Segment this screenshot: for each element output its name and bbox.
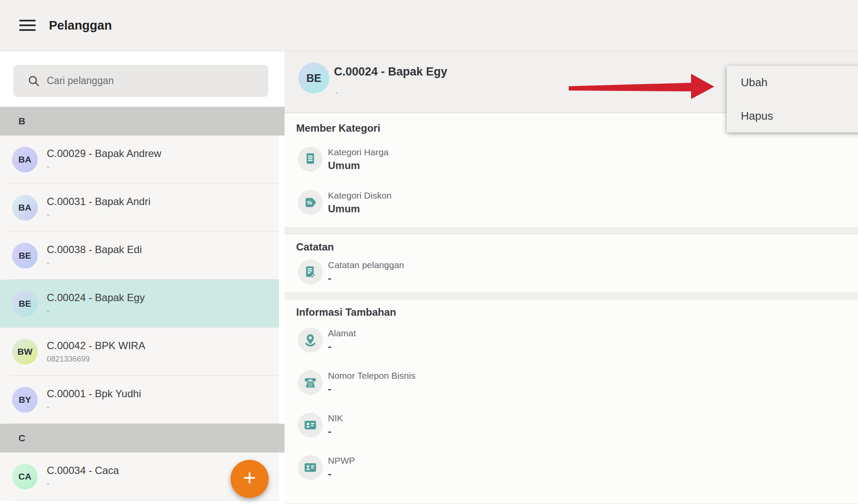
field-value: - — [328, 272, 404, 284]
list-item[interactable]: BY C.00001 - Bpk Yudhi - — [0, 376, 279, 424]
customer-subtitle: - — [47, 163, 161, 172]
context-menu: Ubah Hapus — [727, 66, 858, 133]
map-pin-icon — [303, 333, 318, 347]
list-item[interactable]: BW C.00042 - BPK WIRA 0821336699 — [0, 328, 279, 376]
detail-row-catatan: Catatan pelanggan - — [298, 260, 858, 284]
phone-icon — [303, 375, 318, 390]
avatar: BY — [12, 387, 38, 413]
detail-row-telepon-bisnis: Nomor Telepon Bisnis - — [298, 370, 858, 395]
search-placeholder: Cari pelanggan — [47, 75, 114, 87]
customer-subtitle: - — [47, 259, 142, 268]
avatar: BA — [12, 147, 38, 172]
avatar: BE — [12, 243, 38, 269]
detail-row-kategori-harga: Kategori Harga Umum — [298, 147, 858, 172]
menu-icon[interactable] — [19, 20, 36, 31]
section-title: Catatan — [296, 241, 858, 253]
field-value: - — [328, 468, 355, 480]
menu-item-hapus[interactable]: Hapus — [727, 99, 858, 133]
section-title: Informasi Tambahan — [296, 306, 858, 318]
customer-title: C.00029 - Bapak Andrew — [47, 148, 161, 160]
customer-title: C.00038 - Bapak Edi — [47, 244, 142, 256]
list-item[interactable]: BE C.00038 - Bapak Edi - — [0, 232, 279, 280]
list-item-selected[interactable]: BE C.00024 - Bapak Egy - — [0, 280, 279, 328]
field-label: NPWP — [328, 456, 355, 466]
add-customer-button[interactable]: + — [230, 460, 269, 498]
customer-subtitle: - — [47, 307, 145, 316]
field-label: NIK — [328, 413, 343, 423]
customer-title: C.00042 - BPK WIRA — [47, 340, 145, 352]
avatar: BW — [12, 339, 38, 365]
note-edit-icon — [303, 265, 318, 279]
list-item[interactable]: BA C.00031 - Bapak Andri - — [0, 184, 279, 232]
field-value: - — [328, 341, 356, 353]
detail-avatar: BE — [298, 63, 329, 94]
customer-title: C.00031 - Bapak Andri — [47, 196, 151, 208]
section-header-c: C — [0, 424, 285, 453]
detail-subtitle: - — [335, 88, 338, 97]
customer-title: C.00034 - Caca — [47, 465, 119, 477]
field-label: Nomor Telepon Bisnis — [328, 371, 415, 381]
field-value: Umum — [328, 203, 391, 215]
detail-row-kategori-diskon: Kategori Diskon Umum — [298, 190, 858, 215]
detail-row-npwp: NPWP - — [298, 455, 858, 480]
menu-item-ubah[interactable]: Ubah — [727, 66, 858, 99]
search-input[interactable]: Cari pelanggan — [13, 65, 268, 97]
customer-list: B BA C.00029 - Bapak Andrew - BA C.00031… — [0, 107, 285, 504]
page-title: Pelanggan — [49, 18, 112, 33]
plus-icon: + — [243, 467, 256, 489]
customer-subtitle: 0821336699 — [47, 355, 145, 364]
field-label: Kategori Harga — [328, 147, 388, 157]
detail-row-alamat: Alamat - — [298, 328, 858, 353]
customer-subtitle: - — [47, 211, 151, 220]
customer-subtitle: - — [47, 480, 119, 489]
customer-subtitle: - — [47, 403, 141, 412]
discount-tag-icon — [303, 195, 318, 210]
field-label: Catatan pelanggan — [328, 260, 404, 270]
field-value: - — [328, 426, 343, 438]
app-bar: Pelanggan — [0, 0, 858, 51]
avatar: CA — [12, 464, 38, 489]
section-header-b: B — [0, 107, 285, 136]
search-icon — [27, 74, 40, 88]
field-label: Alamat — [328, 328, 356, 338]
detail-title: C.00024 - Bapak Egy — [334, 65, 447, 78]
field-value: Umum — [328, 160, 388, 172]
customer-title: C.00001 - Bpk Yudhi — [47, 388, 141, 400]
avatar: BE — [12, 291, 38, 317]
id-card-icon — [303, 460, 318, 475]
receipt-icon — [303, 152, 318, 166]
list-item[interactable]: BA C.00029 - Bapak Andrew - — [0, 136, 279, 184]
avatar: BA — [12, 195, 38, 220]
customer-list-panel: Cari pelanggan B BA C.00029 - Bapak Andr… — [0, 51, 285, 504]
section-catatan: Catatan Catatan pelanggan - — [285, 234, 858, 293]
customer-title: C.00024 - Bapak Egy — [47, 292, 145, 304]
field-value: - — [328, 383, 415, 395]
id-card-icon — [303, 418, 318, 432]
section-informasi-tambahan: Informasi Tambahan Alamat - Nomor Telepo… — [285, 299, 858, 504]
field-label: Kategori Diskon — [328, 190, 391, 201]
detail-row-nik: NIK - — [298, 413, 858, 438]
